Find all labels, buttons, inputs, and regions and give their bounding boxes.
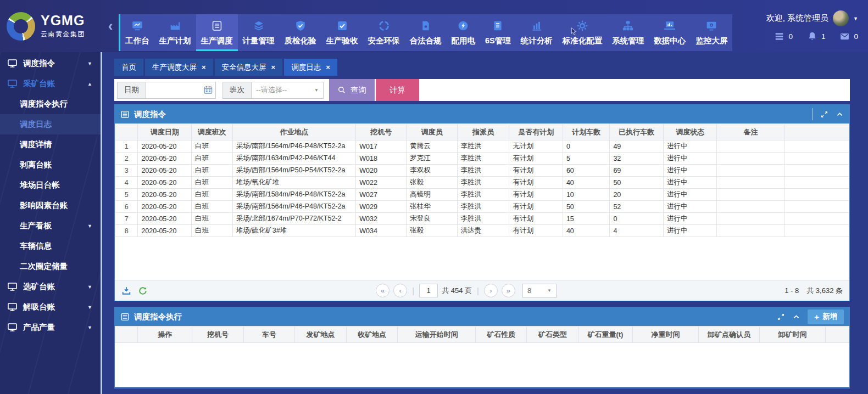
cell: 李胜洪: [457, 140, 509, 153]
cell: 李胜洪: [457, 177, 509, 189]
refresh-icon[interactable]: [138, 286, 148, 296]
notifications-badge[interactable]: 1: [807, 31, 826, 42]
last-page-button[interactable]: »: [502, 284, 515, 297]
sidebar-item-dispatch-detail[interactable]: 调度详情: [0, 134, 101, 155]
first-page-button[interactable]: «: [376, 284, 390, 297]
nav-item-data-center[interactable]: 数据中心: [649, 14, 691, 51]
nav-item-six-s-mgmt[interactable]: 6S管理: [480, 14, 516, 51]
sidebar-item-product-output[interactable]: 产品产量▼: [0, 317, 101, 337]
sidebar-item-dispatch-command[interactable]: 调度指令▼: [0, 53, 101, 74]
search-button[interactable]: 查询: [329, 79, 375, 101]
tab-close-icon[interactable]: ×: [202, 64, 206, 71]
nav-item-monitor-screen[interactable]: 监控大屏: [691, 14, 732, 51]
column-header: 车号: [243, 327, 295, 343]
sidebar-item-stripping-ledger[interactable]: 剥离台账: [0, 155, 101, 175]
nav-item-quality-inspection[interactable]: 质检化验: [280, 14, 321, 51]
calculate-button[interactable]: 计算: [376, 79, 419, 101]
tab-close-icon[interactable]: ×: [271, 64, 276, 71]
nav-item-statistics-analysis[interactable]: 统计分析: [516, 14, 558, 51]
cell: [717, 189, 784, 201]
table-row[interactable]: 42020-05-20白班堆场/氧化矿堆W022张毅李胜洪有计划4050进行中: [115, 177, 849, 189]
table-row[interactable]: 62020-05-20白班采场/南部/1564m/P46-P48/KT52-2a…: [115, 201, 849, 213]
add-button[interactable]: + 新增: [808, 309, 844, 324]
sidebar-item-dispatch-log[interactable]: 调度日志: [0, 114, 101, 134]
nav-item-system-mgmt[interactable]: 系统管理: [607, 14, 649, 51]
nav-item-production-plan[interactable]: 生产计划: [154, 14, 196, 51]
badge-count: 0: [854, 32, 858, 41]
cell: 2020-05-20: [138, 140, 192, 153]
messages-badge[interactable]: 0: [839, 31, 858, 42]
download-icon[interactable]: [121, 286, 131, 296]
nav-item-metering-mgmt[interactable]: 计量管理: [238, 14, 280, 51]
table-row[interactable]: 82020-05-20白班堆场/硫化矿3#堆W034张毅洪达贵有计划404进行中: [115, 225, 849, 237]
shield-icon: [294, 20, 307, 32]
tab-dispatch-log[interactable]: 调度日志×: [284, 59, 337, 76]
date-input[interactable]: [146, 82, 216, 99]
nav-item-safety-environment[interactable]: 安全环保: [363, 14, 405, 51]
sidebar-item-desorption-ledger[interactable]: 解吸台账▼: [0, 297, 101, 317]
welcome-text: 欢迎, 系统管理员: [766, 13, 828, 24]
sidebar-item-mining-ledger[interactable]: 采矿台账▲: [0, 74, 101, 94]
cell: [717, 140, 784, 153]
sidebar-item-production-board[interactable]: 生产看板▼: [0, 216, 101, 236]
cell: 50: [563, 201, 610, 213]
avatar[interactable]: [833, 10, 849, 26]
nav-item-production-dispatch[interactable]: 生产调度: [196, 14, 238, 51]
calendar-icon[interactable]: [203, 85, 213, 95]
cell: 进行中: [663, 189, 717, 201]
column-header: 运输开始时间: [398, 327, 476, 343]
sidebar-item-beneficiation-ledger[interactable]: 选矿台账▼: [0, 277, 101, 297]
sidebar-item-dispatch-command-exec[interactable]: 调度指令执行: [0, 94, 101, 114]
next-page-button[interactable]: ›: [484, 284, 498, 297]
cell: 进行中: [663, 153, 717, 165]
logo: YGMG 云南黄金集团: [0, 0, 102, 52]
nav-item-label: 统计分析: [521, 36, 553, 46]
list3-icon: [774, 31, 784, 42]
cell: [717, 177, 784, 189]
collapse-panel-icon[interactable]: [792, 313, 800, 321]
nav-item-standard-config[interactable]: 标准化配置: [558, 14, 608, 51]
column-header: 计划车数: [563, 124, 610, 140]
tab-safety-info-screen[interactable]: 安全信息大屏×: [215, 59, 283, 76]
tab-close-icon[interactable]: ×: [326, 64, 330, 71]
prev-page-button[interactable]: ‹: [393, 284, 407, 297]
sidebar-item-vehicle-info[interactable]: 车辆信息: [0, 236, 101, 256]
page-size-select[interactable]: 8 ▼: [522, 284, 557, 298]
cell: 32: [610, 153, 664, 165]
separator: |: [412, 286, 414, 295]
tasks-badge[interactable]: 0: [774, 31, 793, 42]
sidebar-item-impact-factor-ledger[interactable]: 影响因素台账: [0, 195, 101, 216]
sidebar-item-secondary-delineation-reserve[interactable]: 二次圈定储量: [0, 256, 101, 277]
column-header: 备注: [717, 124, 784, 140]
cell: 有计划: [509, 165, 563, 177]
nav-item-label: 生产验收: [326, 36, 358, 46]
nav-item-workbench[interactable]: 工作台: [120, 14, 154, 51]
tab-production-dispatch-screen[interactable]: 生产调度大屏×: [145, 59, 213, 76]
cell: 20: [610, 189, 664, 201]
table-row[interactable]: 72020-05-20白班采场/北部/1674m/P70-P72/KT52-2W…: [115, 213, 849, 225]
cell: [717, 165, 784, 177]
expand-icon[interactable]: [777, 313, 785, 321]
search-icon: [337, 86, 346, 94]
sidebar-item-stockyard-daily-ledger[interactable]: 堆场日台帐: [0, 175, 101, 195]
table-row[interactable]: 52020-05-20白班采场/南部/1584m/P46-P48/KT52-2a…: [115, 189, 849, 201]
nav-item-power-distribution[interactable]: 配用电: [447, 14, 481, 51]
row-number-cell: 6: [115, 201, 138, 213]
tab-home[interactable]: 首页: [114, 59, 143, 76]
cell: 李双权: [407, 165, 457, 177]
chevron-down-icon[interactable]: ▼: [853, 16, 858, 21]
expand-icon[interactable]: [820, 110, 828, 119]
table-row[interactable]: 12020-05-20白班采场/南部/1564m/P46-P48/KT52-2a…: [115, 140, 849, 153]
cell: 有计划: [509, 177, 563, 189]
monitor-icon: [7, 302, 18, 312]
nav-item-production-acceptance[interactable]: 生产验收: [321, 14, 363, 51]
page-input[interactable]: [419, 284, 438, 297]
collapse-panel-icon[interactable]: [836, 110, 844, 119]
cell: 罗克江: [407, 153, 457, 165]
nav-item-compliance[interactable]: 合法合规: [405, 14, 447, 51]
table-row[interactable]: 22020-05-20白班采场/南部/1634m/P42-P46/KT44W01…: [115, 153, 849, 165]
shift-select[interactable]: --请选择-- ▼: [251, 82, 324, 99]
sidebar-collapse-button[interactable]: ‹: [102, 0, 119, 52]
cell: W034: [356, 225, 407, 237]
table-row[interactable]: 32020-05-20白班采场/西部/1564m/P50-P54/KT52-2a…: [115, 165, 849, 177]
